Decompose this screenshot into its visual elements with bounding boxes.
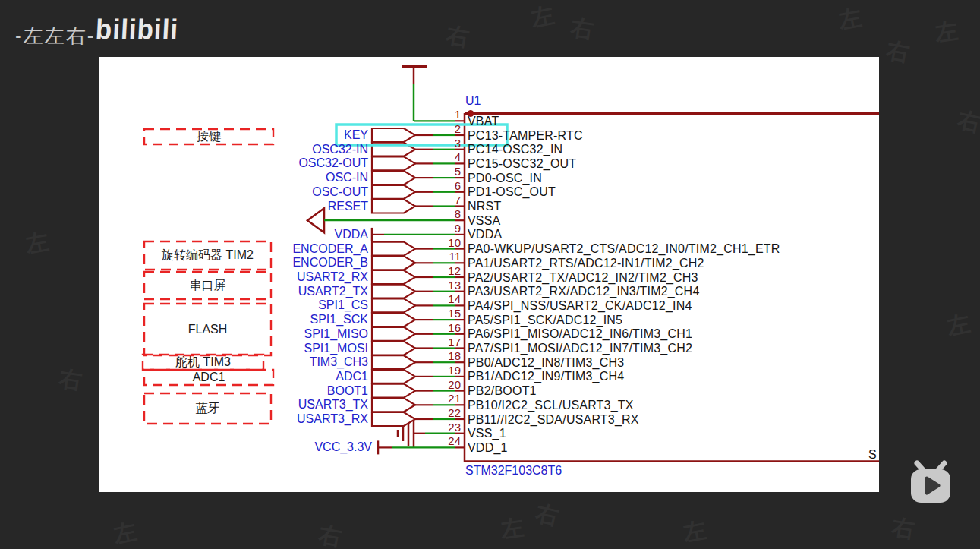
watermark-glyph: 右 [57, 363, 84, 397]
net-label: TIM3_CH3 [247, 355, 368, 370]
watermark-glyph: 左 [24, 226, 52, 261]
pin-name: VDD_1 [468, 440, 508, 455]
function-box-label: 舵机 TIM3 [143, 355, 263, 370]
function-box-label: 串口屏 [144, 272, 271, 299]
watermark-glyph: 右 [890, 512, 916, 546]
pin-number: 9 [423, 222, 461, 235]
net-label: OSC-OUT [247, 185, 368, 200]
pin-name: PA6/SPI1_MISO/ADC12_IN6/TIM3_CH1 [468, 327, 692, 341]
schematic-canvas[interactable]: U1 STM32F103C8T6 S 1VBAT2PC13-TAMPER-RTC… [99, 57, 879, 492]
pin-name: PB11//I2C2_SDA/USART3_RX [468, 412, 639, 427]
watermark-glyph: 左 [933, 15, 960, 49]
pin-name: PA0-WKUP/USART2_CTS/ADC12_IN0/TIM2_CH1_E… [468, 241, 780, 256]
pin-name: PD0-OSC_IN [468, 171, 542, 185]
pin-name: PC15-OSC32_OUT [468, 156, 576, 171]
watermark-glyph: 右 [884, 35, 912, 70]
bilibili-logo: bilibili [95, 13, 179, 45]
net-label: RESET [247, 199, 368, 214]
pin-name: PA7/SPI1_MOSI/ADC12_IN7/TIM3_CH2 [468, 341, 692, 355]
pin-number: 22 [423, 406, 461, 419]
pin-name: VBAT [468, 114, 499, 128]
pin-number: 19 [423, 364, 461, 377]
net-label: OSC-IN [247, 170, 368, 185]
watermark-glyph: 左 [944, 308, 973, 342]
pin-number: 11 [423, 250, 461, 263]
pin-number: 21 [423, 392, 461, 405]
pin-name: PA5/SPI1_SCK/ADC12_IN5 [468, 313, 622, 327]
pin-number: 24 [423, 434, 461, 447]
pin-name: PA3/USART2_RX/ADC12_IN3/TIM2_CH4 [468, 284, 699, 298]
pin-name: PA2/USART2_TX/ADC12_IN2/TIM2_CH3 [468, 270, 698, 285]
function-box-label: ADC1 [144, 370, 273, 385]
watermark-glyph: 右 [533, 497, 562, 532]
pin-number: 10 [423, 236, 461, 249]
pin-name: PD1-OSC_OUT [468, 185, 556, 199]
pin-number: 7 [423, 194, 461, 207]
watermark-glyph: 左 [681, 515, 709, 549]
watermark-glyph: 左 [499, 512, 525, 546]
function-box-label: FLASH [144, 304, 271, 355]
watermark-glyph: 左 [111, 516, 140, 549]
pin-name: PB1/ADC12_IN9/TIM3_CH4 [468, 369, 624, 383]
pin-number: 20 [423, 378, 461, 391]
pin-number: 15 [423, 307, 461, 320]
pin-name: PC13-TAMPER-RTC [468, 128, 583, 143]
watermark-glyph: 左 [528, 0, 557, 35]
pin-number: 18 [423, 349, 461, 362]
watermark-glyph: 右 [317, 519, 345, 549]
pin-number: 6 [423, 179, 461, 192]
pin-name: NRST [468, 199, 501, 213]
bilibili-tv-icon [909, 459, 954, 506]
pin-name: VDDA [468, 227, 502, 241]
part-number: STM32F103C8T6 [465, 464, 562, 478]
pin-name: VSSA [468, 213, 501, 228]
pin-number: 5 [423, 165, 461, 178]
pin-number: 16 [423, 321, 461, 334]
net-label: VDDA [247, 227, 368, 242]
watermark-glyph: 右 [444, 20, 472, 55]
chip-designator: U1 [465, 94, 481, 108]
video-frame: -左左右- bilibili [0, 0, 980, 549]
truncated-edge-text: S [868, 448, 877, 462]
pin-number: 17 [423, 336, 461, 349]
pin-number: 3 [423, 137, 461, 150]
pin-name: PA1/USART2_RTS/ADC12-IN1/TIM2_CH2 [468, 256, 704, 270]
watermark-glyph: 右 [955, 104, 980, 139]
pin-number: 8 [423, 207, 461, 220]
pin-number: 14 [423, 292, 461, 305]
watermark-glyph: 左 [837, 2, 865, 37]
pin-name: PB2/BOOT1 [468, 383, 537, 398]
pin-number: 12 [423, 264, 461, 277]
net-label: VCC_3.3V [251, 440, 372, 455]
pin-number: 13 [423, 279, 461, 292]
pin-number: 23 [423, 421, 461, 434]
function-box-label: 蓝牙 [144, 393, 271, 424]
pin-name: PC14-OSC32_IN [468, 142, 562, 156]
pin-number: 2 [423, 122, 461, 135]
pin-name: PB10/I2C2_SCL/USART3_TX [468, 398, 634, 412]
pin-name: VSS_1 [468, 426, 506, 440]
net-label: OSC32-OUT [247, 156, 368, 171]
pin-name: PA4/SPI_NSS/USART2_CK/ADC12_IN4 [468, 298, 692, 313]
pin-number: 1 [423, 108, 461, 121]
function-box-label: 旋转编码器 TIM2 [144, 241, 271, 270]
uploader-tag: -左左右- [15, 23, 95, 49]
watermark-glyph: 右 [569, 12, 595, 46]
pin-name: PB0/ADC12_IN8/TIM3_CH3 [468, 355, 624, 370]
pin-number: 4 [423, 150, 461, 163]
function-box-label: 按键 [144, 129, 273, 144]
